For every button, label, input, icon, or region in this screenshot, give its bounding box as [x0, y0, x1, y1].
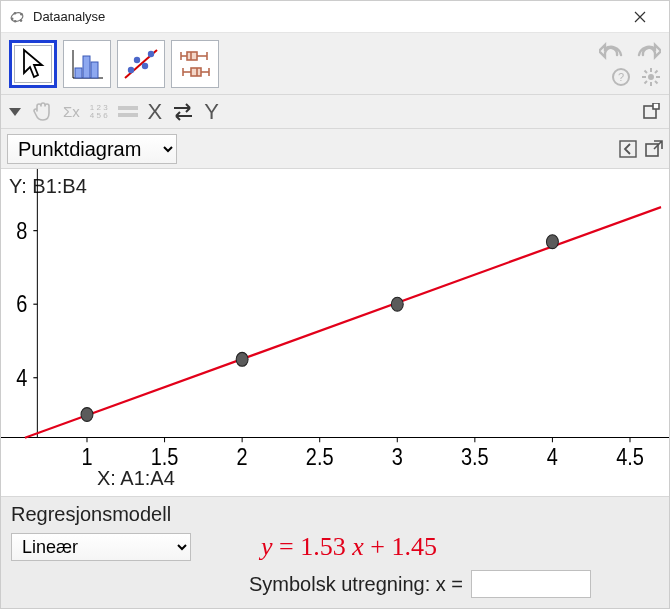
svg-point-5	[14, 19, 17, 22]
svg-text:?: ?	[618, 71, 624, 83]
dropdown-triangle-icon[interactable]	[9, 108, 21, 116]
svg-line-39	[655, 81, 658, 84]
symbolic-calc-label: Symbolsk utregning: x =	[249, 573, 463, 596]
y-column-label: Y	[204, 99, 219, 125]
undo-button[interactable]	[599, 41, 625, 61]
svg-point-76	[546, 235, 558, 249]
tool-boxplot-button[interactable]	[171, 40, 219, 88]
svg-text:4.5: 4.5	[616, 445, 644, 471]
svg-point-3	[20, 12, 23, 15]
svg-point-14	[128, 66, 134, 72]
window-close-button[interactable]	[619, 1, 661, 32]
svg-point-4	[20, 19, 23, 22]
scatter-plot[interactable]: Y: B1:B4 46811.522.533.544.5 X: A1:A4	[1, 169, 669, 496]
svg-point-15	[134, 56, 140, 62]
svg-point-75	[391, 297, 403, 311]
plot-x-axis-label: X: A1:A4	[97, 467, 175, 490]
svg-rect-11	[91, 62, 98, 78]
svg-point-74	[236, 352, 248, 366]
svg-rect-20	[187, 52, 197, 60]
boxplot-icon	[177, 46, 213, 82]
svg-rect-9	[75, 68, 82, 78]
svg-text:8: 8	[16, 218, 27, 244]
tool-barchart-button[interactable]	[63, 40, 111, 88]
chart-type-select[interactable]: Punktdiagram	[7, 134, 177, 164]
rows-button[interactable]	[118, 105, 138, 119]
x-column-label: X	[148, 99, 163, 125]
regression-type-select[interactable]: Lineær	[11, 533, 191, 561]
redo-button[interactable]	[635, 41, 661, 61]
popout-button[interactable]	[643, 103, 661, 121]
svg-point-1	[11, 17, 14, 20]
svg-text:3.5: 3.5	[461, 445, 489, 471]
svg-rect-26	[191, 68, 201, 76]
svg-text:4: 4	[16, 365, 27, 391]
svg-text:6: 6	[16, 292, 27, 318]
svg-line-41	[645, 81, 648, 84]
window-title: Dataanalyse	[33, 9, 619, 24]
svg-point-17	[148, 50, 154, 56]
digits-button[interactable]: 1 2 34 5 6	[90, 104, 108, 120]
settings-button[interactable]	[641, 67, 661, 87]
pointer-icon	[18, 47, 48, 81]
svg-rect-46	[620, 141, 636, 157]
nav-prev-button[interactable]	[619, 140, 637, 158]
sigma-button[interactable]: Σx	[63, 103, 80, 120]
svg-rect-10	[83, 56, 90, 78]
pan-hand-button[interactable]	[31, 101, 53, 123]
svg-line-38	[645, 70, 648, 73]
svg-line-40	[655, 70, 658, 73]
tool-scatter-button[interactable]	[117, 40, 165, 88]
svg-rect-42	[118, 106, 138, 110]
regression-formula: y = 1.53 x + 1.45	[261, 532, 437, 562]
symbolic-x-input[interactable]	[471, 570, 591, 598]
svg-text:2.5: 2.5	[306, 445, 334, 471]
external-window-button[interactable]	[645, 140, 663, 158]
swap-xy-button[interactable]	[172, 103, 194, 121]
svg-point-33	[648, 74, 654, 80]
svg-text:2: 2	[237, 445, 248, 471]
regression-heading: Regresjonsmodell	[11, 503, 659, 526]
regression-panel: Regresjonsmodell Lineær y = 1.53 x + 1.4…	[1, 496, 669, 608]
help-button[interactable]: ?	[611, 67, 631, 87]
geogebra-icon	[9, 9, 25, 25]
barchart-icon	[69, 46, 105, 82]
svg-text:4: 4	[547, 445, 558, 471]
svg-point-16	[142, 62, 148, 68]
svg-point-73	[81, 408, 93, 422]
svg-point-2	[14, 11, 17, 14]
scatter-icon	[123, 46, 159, 82]
svg-text:3: 3	[392, 445, 403, 471]
tool-pointer-button[interactable]	[9, 40, 57, 88]
svg-line-72	[25, 207, 661, 438]
svg-rect-43	[118, 113, 138, 117]
svg-rect-45	[653, 103, 659, 109]
svg-text:1: 1	[81, 445, 92, 471]
